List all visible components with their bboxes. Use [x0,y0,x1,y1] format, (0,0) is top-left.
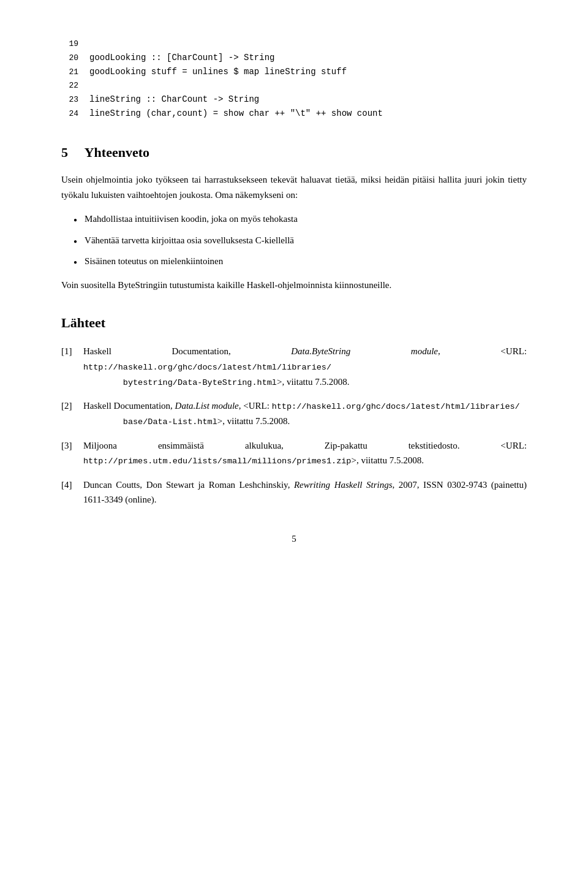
ref-url: http://primes.utm.edu/lists/small/millio… [83,457,351,466]
reference-item-1: [1] Haskell Documentation, Data.ByteStri… [61,344,527,390]
code-line-24: 24 lineString (char,count) = show char +… [61,107,527,121]
line-number: 22 [61,80,78,93]
ref-label: [3] [61,438,83,454]
reference-item-2: [2] Haskell Documentation, Data.List mod… [61,398,527,430]
line-number: 23 [61,94,78,107]
code-content: lineString (char,count) = show char ++ "… [89,107,383,120]
references-heading: Lähteet [61,313,527,333]
section-heading-5: 5 Yhteenveto [61,142,527,162]
code-content: goodLooking stuff = unlines $ map lineSt… [89,65,347,78]
list-item: ● Sisäinen toteutus on mielenkiintoinen [74,254,527,269]
list-item-text: Vähentää tarvetta kirjoittaa osia sovell… [85,233,294,248]
ref-text: Haskell Documentation, Data.ByteString m… [83,344,527,390]
references-section: Lähteet [1] Haskell Documentation, Data.… [61,313,527,507]
code-content: goodLooking :: [CharCount] -> String [89,51,274,64]
reference-item-4: [4] Duncan Coutts, Don Stewart ja Roman … [61,477,527,508]
line-number: 20 [61,52,78,65]
code-content [89,37,94,50]
list-item: ● Mahdollistaa intuitiivisen koodin, jok… [74,211,527,227]
reference-item-3: [3] Miljoona ensimmäistä alkulukua, Zip-… [61,438,527,469]
line-number: 21 [61,66,78,79]
line-number: 19 [61,38,78,51]
ref-text: Duncan Coutts, Don Stewart ja Roman Lesh… [83,477,527,508]
code-line-19: 19 [61,37,527,51]
code-line-21: 21 goodLooking stuff = unlines $ map lin… [61,65,527,79]
code-line-22: 22 [61,78,527,92]
ref-label: [2] [61,398,83,414]
section-number: 5 [61,145,68,160]
ref-title: Rewriting Haskell Strings [294,480,393,490]
bullet-dot: ● [74,237,77,247]
list-item-text: Mahdollistaa intuitiivisen koodin, joka … [85,211,298,227]
ref-title: Data.ByteString module [291,346,438,356]
code-line-23: 23 lineString :: CharCount -> String [61,93,527,107]
section5-closing: Voin suositella ByteStringiin tutustumis… [61,278,527,293]
ref-title: Data.List module [175,401,239,411]
ref-label: [1] [61,344,83,359]
code-block: 19 20 goodLooking :: [CharCount] -> Stri… [61,37,527,120]
code-content: lineString :: CharCount -> String [89,93,259,106]
ref-text: Haskell Documentation, Data.List module,… [83,398,527,430]
bullet-dot: ● [74,215,77,226]
bullet-list: ● Mahdollistaa intuitiivisen koodin, jok… [74,211,527,269]
ref-url: http://haskell.org/ghc/docs/latest/html/… [83,363,331,387]
section5-intro: Usein ohjelmointia joko työkseen tai har… [61,172,527,203]
ref-text: Miljoona ensimmäistä alkulukua, Zip-paka… [83,438,527,469]
bullet-dot: ● [74,257,77,268]
ref-url: http://haskell.org/ghc/docs/latest/html/… [83,402,520,427]
list-item-text: Sisäinen toteutus on mielenkiintoinen [85,254,223,269]
page-number: 5 [61,532,527,546]
code-line-20: 20 goodLooking :: [CharCount] -> String [61,51,527,65]
line-number: 24 [61,108,78,121]
code-content [89,78,94,92]
list-item: ● Vähentää tarvetta kirjoittaa osia sove… [74,233,527,248]
section-title: Yhteenveto [85,145,149,160]
ref-label: [4] [61,477,83,493]
